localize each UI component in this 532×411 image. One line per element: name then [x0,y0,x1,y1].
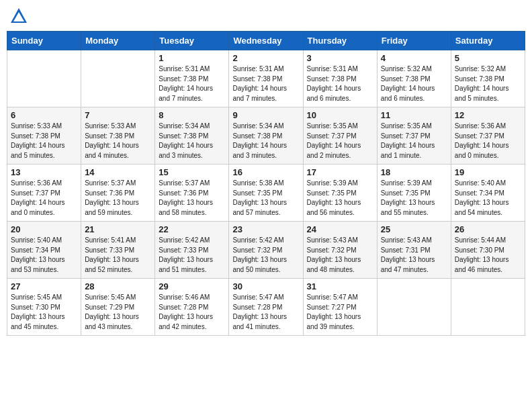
logo-icon [9,7,28,26]
calendar-header-row: SundayMondayTuesdayWednesdayThursdayFrid… [7,32,525,50]
day-number: 22 [159,224,225,234]
day-number: 27 [11,281,77,291]
day-info: Sunrise: 5:35 AM Sunset: 7:37 PM Dayligh… [307,122,373,161]
day-number: 12 [455,110,521,120]
day-number: 31 [307,281,373,291]
calendar-cell: 24Sunrise: 5:43 AM Sunset: 7:32 PM Dayli… [303,222,377,279]
day-number: 2 [232,53,299,63]
calendar-cell: 29Sunrise: 5:46 AM Sunset: 7:28 PM Dayli… [155,279,229,336]
calendar-cell: 8Sunrise: 5:34 AM Sunset: 7:38 PM Daylig… [155,107,229,165]
calendar-cell: 17Sunrise: 5:39 AM Sunset: 7:35 PM Dayli… [303,165,377,222]
calendar-cell: 12Sunrise: 5:36 AM Sunset: 7:37 PM Dayli… [451,107,525,165]
day-info: Sunrise: 5:47 AM Sunset: 7:28 PM Dayligh… [232,293,299,332]
day-info: Sunrise: 5:37 AM Sunset: 7:36 PM Dayligh… [159,179,225,218]
day-number: 7 [85,110,151,120]
day-number: 17 [307,167,373,177]
calendar-cell: 26Sunrise: 5:44 AM Sunset: 7:30 PM Dayli… [451,222,525,279]
day-info: Sunrise: 5:45 AM Sunset: 7:30 PM Dayligh… [11,293,77,332]
calendar-week-row: 13Sunrise: 5:36 AM Sunset: 7:37 PM Dayli… [7,165,525,222]
calendar-cell: 21Sunrise: 5:41 AM Sunset: 7:33 PM Dayli… [81,222,155,279]
day-number: 4 [381,53,447,63]
calendar-week-row: 20Sunrise: 5:40 AM Sunset: 7:34 PM Dayli… [7,222,525,279]
calendar-cell: 11Sunrise: 5:35 AM Sunset: 7:37 PM Dayli… [377,107,451,165]
day-info: Sunrise: 5:39 AM Sunset: 7:35 PM Dayligh… [307,179,373,218]
calendar-week-row: 6Sunrise: 5:33 AM Sunset: 7:38 PM Daylig… [7,107,525,165]
day-info: Sunrise: 5:41 AM Sunset: 7:33 PM Dayligh… [85,236,151,275]
day-number: 15 [159,167,225,177]
day-info: Sunrise: 5:34 AM Sunset: 7:38 PM Dayligh… [232,122,299,161]
calendar-cell: 20Sunrise: 5:40 AM Sunset: 7:34 PM Dayli… [7,222,81,279]
day-info: Sunrise: 5:33 AM Sunset: 7:38 PM Dayligh… [85,122,151,161]
calendar-cell: 31Sunrise: 5:47 AM Sunset: 7:27 PM Dayli… [303,279,377,336]
day-number: 23 [232,224,299,234]
calendar-cell: 3Sunrise: 5:31 AM Sunset: 7:38 PM Daylig… [303,50,377,107]
day-number: 10 [307,110,373,120]
calendar-cell: 14Sunrise: 5:37 AM Sunset: 7:36 PM Dayli… [81,165,155,222]
calendar-cell: 5Sunrise: 5:32 AM Sunset: 7:38 PM Daylig… [451,50,525,107]
day-info: Sunrise: 5:31 AM Sunset: 7:38 PM Dayligh… [159,64,225,103]
calendar-cell: 18Sunrise: 5:39 AM Sunset: 7:35 PM Dayli… [377,165,451,222]
calendar-cell: 13Sunrise: 5:36 AM Sunset: 7:37 PM Dayli… [7,165,81,222]
day-info: Sunrise: 5:33 AM Sunset: 7:38 PM Dayligh… [11,122,77,161]
day-of-week-header: Sunday [7,32,81,50]
calendar-cell: 28Sunrise: 5:45 AM Sunset: 7:29 PM Dayli… [81,279,155,336]
calendar-cell: 15Sunrise: 5:37 AM Sunset: 7:36 PM Dayli… [155,165,229,222]
day-of-week-header: Tuesday [155,32,229,50]
page-header [7,7,525,26]
calendar-cell: 19Sunrise: 5:40 AM Sunset: 7:34 PM Dayli… [451,165,525,222]
day-number: 21 [85,224,151,234]
day-info: Sunrise: 5:39 AM Sunset: 7:35 PM Dayligh… [381,179,447,218]
calendar-cell: 9Sunrise: 5:34 AM Sunset: 7:38 PM Daylig… [229,107,303,165]
day-info: Sunrise: 5:32 AM Sunset: 7:38 PM Dayligh… [455,64,521,103]
day-number: 14 [85,167,151,177]
calendar-cell [81,50,155,107]
calendar-cell: 25Sunrise: 5:43 AM Sunset: 7:31 PM Dayli… [377,222,451,279]
calendar-cell: 27Sunrise: 5:45 AM Sunset: 7:30 PM Dayli… [7,279,81,336]
day-number: 20 [11,224,77,234]
day-info: Sunrise: 5:34 AM Sunset: 7:38 PM Dayligh… [159,122,225,161]
calendar-cell: 16Sunrise: 5:38 AM Sunset: 7:35 PM Dayli… [229,165,303,222]
day-number: 6 [11,110,77,120]
day-info: Sunrise: 5:36 AM Sunset: 7:37 PM Dayligh… [11,179,77,218]
day-number: 5 [455,53,521,63]
calendar-cell: 6Sunrise: 5:33 AM Sunset: 7:38 PM Daylig… [7,107,81,165]
calendar-cell: 30Sunrise: 5:47 AM Sunset: 7:28 PM Dayli… [229,279,303,336]
day-number: 26 [455,224,521,234]
day-info: Sunrise: 5:40 AM Sunset: 7:34 PM Dayligh… [11,236,77,275]
day-number: 29 [159,281,225,291]
day-of-week-header: Monday [81,32,155,50]
day-info: Sunrise: 5:44 AM Sunset: 7:30 PM Dayligh… [455,236,521,275]
day-info: Sunrise: 5:43 AM Sunset: 7:32 PM Dayligh… [307,236,373,275]
day-number: 19 [455,167,521,177]
day-info: Sunrise: 5:31 AM Sunset: 7:38 PM Dayligh… [232,64,299,103]
day-of-week-header: Wednesday [229,32,303,50]
day-number: 16 [232,167,299,177]
calendar-cell: 10Sunrise: 5:35 AM Sunset: 7:37 PM Dayli… [303,107,377,165]
day-number: 11 [381,110,447,120]
calendar-week-row: 27Sunrise: 5:45 AM Sunset: 7:30 PM Dayli… [7,279,525,336]
day-number: 30 [232,281,299,291]
calendar-cell: 23Sunrise: 5:42 AM Sunset: 7:32 PM Dayli… [229,222,303,279]
day-info: Sunrise: 5:42 AM Sunset: 7:33 PM Dayligh… [159,236,225,275]
day-info: Sunrise: 5:40 AM Sunset: 7:34 PM Dayligh… [455,179,521,218]
day-number: 3 [307,53,373,63]
day-of-week-header: Saturday [451,32,525,50]
day-number: 8 [159,110,225,120]
day-info: Sunrise: 5:45 AM Sunset: 7:29 PM Dayligh… [85,293,151,332]
calendar-cell: 4Sunrise: 5:32 AM Sunset: 7:38 PM Daylig… [377,50,451,107]
calendar-cell [377,279,451,336]
calendar: SundayMondayTuesdayWednesdayThursdayFrid… [7,31,525,336]
day-info: Sunrise: 5:38 AM Sunset: 7:35 PM Dayligh… [232,179,299,218]
calendar-cell: 22Sunrise: 5:42 AM Sunset: 7:33 PM Dayli… [155,222,229,279]
day-info: Sunrise: 5:46 AM Sunset: 7:28 PM Dayligh… [159,293,225,332]
day-info: Sunrise: 5:31 AM Sunset: 7:38 PM Dayligh… [307,64,373,103]
day-info: Sunrise: 5:42 AM Sunset: 7:32 PM Dayligh… [232,236,299,275]
calendar-cell [7,50,81,107]
day-info: Sunrise: 5:36 AM Sunset: 7:37 PM Dayligh… [455,122,521,161]
calendar-week-row: 1Sunrise: 5:31 AM Sunset: 7:38 PM Daylig… [7,50,525,107]
calendar-cell: 1Sunrise: 5:31 AM Sunset: 7:38 PM Daylig… [155,50,229,107]
calendar-cell [451,279,525,336]
day-number: 18 [381,167,447,177]
day-info: Sunrise: 5:35 AM Sunset: 7:37 PM Dayligh… [381,122,447,161]
day-number: 24 [307,224,373,234]
